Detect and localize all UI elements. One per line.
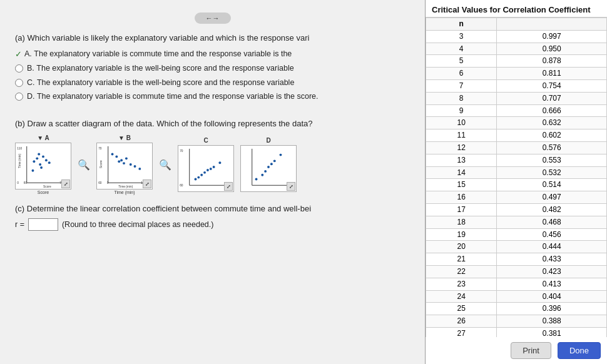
cv-n-cell: 14 [426, 166, 497, 179]
cv-n-cell: 25 [426, 303, 497, 315]
scatter-option-c[interactable]: C 60 70 [178, 137, 234, 192]
col-value-header [497, 18, 607, 31]
scatter-a-zoom[interactable]: ⤢ [61, 179, 70, 188]
cv-n-cell: 22 [426, 265, 497, 278]
scatter-b-zoom[interactable]: ⤢ [143, 179, 151, 188]
bottom-buttons: Print Done [426, 337, 607, 364]
cv-n-cell: 16 [426, 191, 497, 204]
cv-value-cell: 0.576 [497, 141, 607, 154]
scatter-c-zoom[interactable]: ⤢ [224, 182, 233, 191]
cv-value-cell: 0.423 [497, 265, 607, 278]
svg-text:110: 110 [17, 147, 22, 150]
r-input[interactable] [28, 218, 58, 231]
scatter-option-a[interactable]: ▼ A Time (min) Score 60 70 [15, 134, 71, 195]
table-row: 110.602 [426, 129, 607, 142]
svg-point-26 [115, 156, 118, 158]
svg-point-12 [45, 159, 48, 161]
scatter-option-b[interactable]: ▼ B Score Time (min) 60 70 0 110 [96, 134, 153, 195]
table-row: 30.997 [426, 30, 607, 43]
table-row: 220.423 [426, 265, 607, 278]
critical-values-title: Critical Values for Correlation Coeffici… [426, 0, 607, 18]
svg-point-32 [118, 160, 120, 163]
option-b-radio[interactable] [15, 64, 23, 73]
table-row: 120.576 [426, 141, 607, 154]
cv-n-cell: 10 [426, 117, 497, 129]
table-scroll[interactable]: n 30.99740.95050.87860.81170.75480.70790… [426, 18, 607, 337]
scatter-b-label: ▼ B [118, 134, 131, 141]
scatter-c-wrapper: 60 70 ⤢ [178, 145, 234, 192]
svg-point-52 [280, 154, 282, 156]
scatter-a-wrapper: Time (min) Score 60 70 0 110 [15, 143, 71, 190]
cv-value-cell: 0.950 [497, 43, 607, 55]
r-label: r = [15, 220, 24, 229]
cv-n-cell: 18 [426, 216, 497, 228]
option-a[interactable]: ✓ A. The explanatory variable is commute… [15, 49, 410, 60]
svg-point-31 [138, 168, 141, 170]
cv-n-cell: 9 [426, 104, 497, 117]
cv-value-cell: 0.553 [497, 154, 607, 166]
scatter-b-wrapper: Score Time (min) 60 70 0 110 [96, 143, 153, 190]
scatter-options-row: ▼ A Time (min) Score 60 70 [15, 134, 410, 195]
cv-n-cell: 17 [426, 203, 497, 216]
svg-text:60: 60 [180, 184, 183, 187]
cv-value-cell: 0.388 [497, 315, 607, 328]
svg-point-30 [134, 165, 136, 168]
cv-value-cell: 0.497 [497, 191, 607, 204]
done-button[interactable]: Done [558, 342, 601, 359]
svg-point-48 [255, 178, 258, 181]
cv-value-cell: 0.433 [497, 253, 607, 266]
part-c-input-row: r = (Round to three decimal places as ne… [15, 218, 410, 231]
table-row: 260.388 [426, 315, 607, 328]
search-icon-2: 🔍 [159, 159, 171, 171]
part-c-section: (c) Determine the linear correlation coe… [15, 203, 410, 231]
svg-text:Time (min): Time (min) [18, 154, 21, 168]
option-a-text: The explanatory variable is commute time… [34, 49, 292, 60]
table-row: 90.666 [426, 104, 607, 117]
svg-point-27 [120, 159, 123, 161]
scatter-a-label: ▼ A [37, 134, 49, 141]
table-row: 200.444 [426, 241, 607, 253]
svg-point-10 [39, 163, 41, 166]
table-row: 240.404 [426, 290, 607, 303]
cv-n-cell: 15 [426, 179, 497, 191]
svg-point-25 [111, 153, 114, 156]
option-b[interactable]: B. The explanatory variable is the well-… [15, 63, 410, 74]
cv-n-cell: 23 [426, 278, 497, 290]
cv-value-cell: 0.482 [497, 203, 607, 216]
option-c[interactable]: C. The explanatory variable is the well-… [15, 78, 410, 89]
svg-point-38 [195, 178, 197, 181]
option-d-radio[interactable] [15, 93, 23, 101]
search-icon-1: 🔍 [78, 159, 90, 171]
svg-point-42 [218, 161, 221, 164]
cv-value-cell: 0.754 [497, 79, 607, 92]
svg-point-44 [203, 171, 206, 174]
svg-text:Score: Score [43, 185, 51, 188]
table-row: 50.878 [426, 55, 607, 68]
svg-text:60: 60 [98, 181, 102, 185]
option-c-id: C. [27, 78, 37, 89]
print-button[interactable]: Print [511, 342, 551, 359]
option-d[interactable]: D. The explanatory variable is commute t… [15, 91, 410, 103]
cv-value-cell: 0.444 [497, 241, 607, 253]
table-row: 130.553 [426, 154, 607, 166]
part-a-section: (a) Which variable is likely the explana… [15, 33, 410, 106]
top-bar: ←→ [15, 13, 410, 24]
nav-button[interactable]: ←→ [195, 13, 231, 24]
svg-point-16 [32, 169, 34, 172]
cv-n-cell: 13 [426, 154, 497, 166]
svg-text:Score: Score [99, 160, 103, 168]
scatter-d-zoom[interactable]: ⤢ [287, 182, 295, 191]
scatter-b-xlabel: Time (min) [114, 190, 135, 195]
part-b-section: (b) Draw a scatter diagram of the data. … [15, 118, 410, 195]
cv-value-cell: 0.413 [497, 278, 607, 290]
cv-value-cell: 0.396 [497, 303, 607, 315]
cv-n-cell: 19 [426, 228, 497, 241]
svg-point-39 [200, 174, 203, 176]
svg-point-50 [267, 166, 270, 168]
option-c-radio[interactable] [15, 79, 23, 87]
cv-n-cell: 24 [426, 290, 497, 303]
table-row: 150.514 [426, 179, 607, 191]
cv-n-cell: 27 [426, 327, 497, 337]
cv-value-cell: 0.632 [497, 117, 607, 129]
scatter-option-d[interactable]: D [240, 137, 297, 192]
